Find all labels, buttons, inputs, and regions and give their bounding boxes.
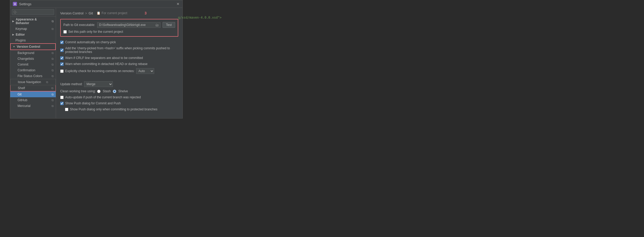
auto-update-label: Auto-update if push of the current branc… [65, 95, 141, 99]
copy-icon: ⧉ [52, 20, 54, 23]
dialog-title: Settings [19, 2, 174, 6]
sidebar-item-label: Appearance & Behavior [16, 18, 51, 25]
detached-head-label: Warn when committing in detached HEAD or… [65, 62, 147, 66]
sidebar-item-label: Git [18, 93, 21, 96]
sidebar-item-background[interactable]: Background ⧉ [10, 50, 56, 56]
sidebar-item-label: Confirmation [18, 68, 35, 72]
set-path-checkbox-row: Set this path only for the current proje… [63, 30, 175, 34]
push-dialog-checkbox[interactable] [60, 102, 64, 105]
sidebar-item-commit[interactable]: Commit ⧉ [10, 62, 56, 67]
set-path-checkbox[interactable] [63, 30, 67, 34]
copy-icon: ⧉ [52, 57, 54, 61]
copy-icon: ⧉ [52, 74, 54, 78]
breadcrumb-separator: > [85, 11, 87, 15]
expand-icon: ▶ [12, 33, 14, 36]
options-list: Commit automatically on cherry-pick Add … [60, 40, 178, 111]
cherry-pick-checkbox[interactable] [60, 41, 64, 44]
git-path-section: Path to Git executable: 🗂 Test Set this … [60, 19, 178, 37]
breadcrumb: Version Control > Git 📋 For current proj… [60, 11, 178, 15]
auto-update-checkbox[interactable] [60, 96, 64, 99]
breadcrumb-note: 📋 For current project [97, 11, 127, 15]
push-dialog-protected-label: Show Push dialog only when committing to… [70, 107, 157, 111]
copy-icon: ⧉ [51, 87, 53, 90]
sidebar-item-confirmation[interactable]: Confirmation ⧉ [10, 67, 56, 73]
sidebar-item-version-control[interactable]: ▼ Version Control [10, 43, 56, 50]
stash-label: Stash [103, 89, 111, 93]
app-icon: U [13, 2, 17, 6]
sidebar-item-appearance[interactable]: ▶ Appearance & Behavior ⧉ 1 [10, 17, 56, 26]
incoming-commits-checkbox[interactable] [60, 69, 64, 73]
sidebar: ▶ Appearance & Behavior ⧉ 1 Keymap ⧉ ▶ E… [10, 8, 56, 118]
sidebar-item-github[interactable]: GitHub ⧉ [10, 97, 56, 103]
sidebar-item-label: Changelists [18, 57, 34, 61]
set-path-label: Set this path only for the current proje… [68, 30, 123, 34]
crlf-checkbox[interactable] [60, 56, 64, 60]
clean-working-tree-label: Clean working tree using: [60, 89, 96, 93]
push-dialog-label: Show Push dialog for Commit and Push [65, 101, 121, 105]
shelve-radio[interactable] [113, 90, 116, 93]
sidebar-item-shelf[interactable]: Shelf ⧉ [10, 85, 56, 91]
sidebar-item-label: Issue Navigation [18, 80, 41, 84]
copy-icon: ⧉ [52, 27, 54, 31]
copy-icon: ⧉ [52, 99, 54, 102]
sidebar-item-label: Background [18, 51, 34, 55]
copy-icon: ⧉ [52, 51, 54, 55]
close-button[interactable]: ✕ [176, 2, 180, 6]
sidebar-item-plugins[interactable]: Plugins [10, 37, 56, 43]
sidebar-item-label: Editor [16, 33, 25, 36]
main-content: Version Control > Git 📋 For current proj… [56, 8, 182, 118]
sidebar-item-mercurial[interactable]: Mercurial ⧉ [10, 103, 56, 109]
sidebar-item-label: Plugins [15, 39, 26, 42]
dialog-body: ▶ Appearance & Behavior ⧉ 1 Keymap ⧉ ▶ E… [10, 8, 182, 118]
update-method-row: Update method: Merge Rebase Branch Defau… [60, 81, 178, 87]
option-row-incoming-commits: Explicitly check for incoming commits on… [60, 68, 178, 74]
option-row-push-dialog: Show Push dialog for Commit and Push [60, 101, 178, 105]
clean-working-tree-radios: Stash Shelve [97, 89, 128, 93]
sidebar-item-label: File Status Colors [18, 74, 42, 78]
update-method-select[interactable]: Merge Rebase Branch Default [84, 81, 113, 87]
folder-icon[interactable]: 🗂 [155, 23, 159, 27]
copy-icon: ⧉ [52, 93, 54, 96]
stash-radio[interactable] [97, 90, 101, 93]
git-path-input[interactable] [99, 23, 154, 27]
option-row-push-dialog-protected: Show Push dialog only when committing to… [60, 107, 178, 111]
sidebar-item-git[interactable]: Git ⧉ [10, 91, 56, 97]
sidebar-item-label: Commit [18, 63, 28, 66]
copy-icon: ⧉ [46, 80, 48, 84]
copy-icon: ⧉ [52, 69, 54, 72]
sidebar-item-label: Version Control [17, 45, 40, 49]
option-row-cherry-picked-suffix: Add the 'cherry-picked from <hash>' suff… [60, 46, 178, 54]
push-dialog-protected-checkbox[interactable] [65, 108, 68, 111]
cherry-pick-label: Commit automatically on cherry-pick [65, 40, 116, 44]
sidebar-item-label: GitHub [18, 98, 27, 102]
sidebar-item-keymap[interactable]: Keymap ⧉ [10, 26, 56, 32]
sidebar-item-file-status-colors[interactable]: File Status Colors ⧉ [10, 73, 56, 79]
option-row-crlf: Warn if CRLF line separators are about t… [60, 56, 178, 60]
incoming-commits-select[interactable]: Auto Always Never [136, 68, 154, 74]
annotation-3: 3 [145, 11, 147, 15]
incoming-commits-label: Explicitly check for incoming commits on… [65, 69, 135, 73]
option-row-cherry-pick: Commit automatically on cherry-pick [60, 40, 178, 44]
update-method-label: Update method: [60, 82, 82, 86]
expand-icon: ▼ [13, 45, 15, 48]
cherry-picked-suffix-checkbox[interactable] [60, 49, 64, 52]
search-input[interactable] [12, 9, 54, 15]
clipboard-icon: 📋 [97, 11, 101, 15]
breadcrumb-part2: Git [88, 11, 93, 15]
sidebar-item-label: Keymap [15, 27, 27, 31]
title-bar: U Settings ✕ [10, 0, 182, 8]
expand-icon: ▶ [12, 20, 14, 23]
copy-icon: ⧉ [52, 63, 54, 66]
detached-head-checkbox[interactable] [60, 62, 64, 66]
git-path-label: Path to Git executable: [63, 23, 95, 27]
code-hint: g/xsd/maven-4.0.0.xsd"> [178, 16, 221, 19]
breadcrumb-part1: Version Control [60, 11, 84, 15]
search-box[interactable] [10, 8, 56, 17]
sidebar-item-issue-navigation[interactable]: Issue Navigation ⧉ 2 [10, 79, 56, 85]
copy-icon: ⧉ [52, 104, 54, 108]
clean-working-tree-row: Clean working tree using: Stash Shelve [60, 89, 178, 93]
sidebar-item-changelists[interactable]: Changelists ⧉ [10, 56, 56, 62]
git-path-input-wrapper: 🗂 [97, 22, 160, 28]
test-button[interactable]: Test [163, 22, 175, 28]
sidebar-item-editor[interactable]: ▶ Editor [10, 32, 56, 37]
